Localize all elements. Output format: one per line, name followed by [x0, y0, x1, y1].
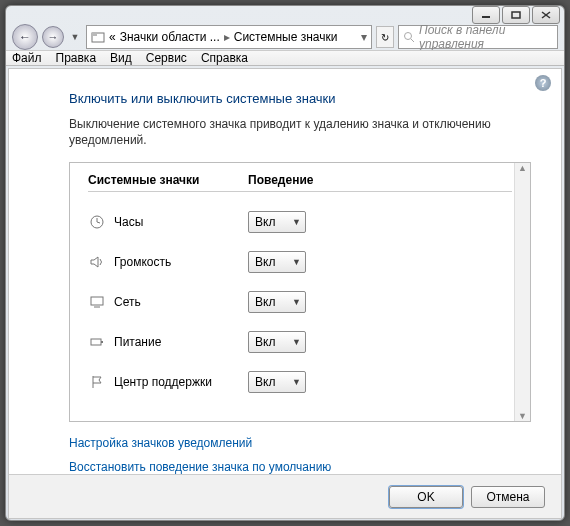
- dropdown-arrow-icon: ▼: [292, 337, 301, 347]
- clock-icon: [88, 213, 106, 231]
- col-icons: Системные значки: [88, 173, 248, 187]
- link-customize[interactable]: Настройка значков уведомлений: [69, 436, 531, 450]
- content-area: ? Включить или выключить системные значк…: [8, 68, 562, 519]
- breadcrumb-prefix: «: [109, 30, 116, 44]
- menu-file[interactable]: Файл: [12, 51, 42, 65]
- row-volume-label: Громкость: [114, 255, 248, 269]
- links-area: Настройка значков уведомлений Восстанови…: [69, 436, 531, 474]
- row-volume: Громкость Вкл ▼: [88, 242, 512, 282]
- footer: OK Отмена: [9, 474, 561, 518]
- navbar: ← → ▼ « Значки области ... ▸ Системные з…: [6, 24, 564, 50]
- power-icon: [88, 333, 106, 351]
- row-volume-value: Вкл: [255, 255, 275, 269]
- dropdown-arrow-icon: ▼: [292, 377, 301, 387]
- svg-rect-5: [92, 33, 97, 36]
- history-dropdown-icon[interactable]: ▼: [68, 27, 82, 47]
- address-bar[interactable]: « Значки области ... ▸ Системные значки …: [86, 25, 372, 49]
- address-dropdown-icon[interactable]: ▾: [361, 30, 367, 44]
- column-headers: Системные значки Поведение: [88, 173, 512, 187]
- scroll-up-icon[interactable]: ▲: [518, 163, 527, 173]
- row-network-select[interactable]: Вкл ▼: [248, 291, 306, 313]
- refresh-button[interactable]: ↻: [376, 26, 394, 48]
- row-clock-label: Часы: [114, 215, 248, 229]
- row-action-label: Центр поддержки: [114, 375, 248, 389]
- titlebar: [6, 6, 564, 24]
- scroll-down-icon[interactable]: ▼: [518, 411, 527, 421]
- scrollbar[interactable]: ▲ ▼: [514, 163, 530, 421]
- close-button[interactable]: [532, 6, 560, 24]
- row-network: Сеть Вкл ▼: [88, 282, 512, 322]
- window: ← → ▼ « Значки области ... ▸ Системные з…: [5, 5, 565, 521]
- menu-view[interactable]: Вид: [110, 51, 132, 65]
- help-icon[interactable]: ?: [535, 75, 551, 91]
- svg-rect-1: [512, 12, 520, 18]
- menu-tools[interactable]: Сервис: [146, 51, 187, 65]
- network-icon: [88, 293, 106, 311]
- col-behavior: Поведение: [248, 173, 313, 187]
- svg-line-7: [411, 39, 414, 42]
- header-divider: [88, 191, 512, 192]
- row-volume-select[interactable]: Вкл ▼: [248, 251, 306, 273]
- row-network-label: Сеть: [114, 295, 248, 309]
- forward-button[interactable]: →: [42, 26, 64, 48]
- cancel-button[interactable]: Отмена: [471, 486, 545, 508]
- dropdown-arrow-icon: ▼: [292, 217, 301, 227]
- svg-rect-14: [91, 339, 101, 345]
- page-description: Выключение системного значка приводит к …: [69, 116, 531, 148]
- row-power-select[interactable]: Вкл ▼: [248, 331, 306, 353]
- ok-button[interactable]: OK: [389, 486, 463, 508]
- link-restore[interactable]: Восстановить поведение значка по умолчан…: [69, 460, 531, 474]
- search-box[interactable]: Поиск в панели управления: [398, 25, 558, 49]
- svg-line-10: [97, 222, 100, 223]
- row-clock: Часы Вкл ▼: [88, 202, 512, 242]
- row-power: Питание Вкл ▼: [88, 322, 512, 362]
- breadcrumb-part2[interactable]: Системные значки: [234, 30, 338, 44]
- row-clock-value: Вкл: [255, 215, 275, 229]
- row-action-select[interactable]: Вкл ▼: [248, 371, 306, 393]
- back-button[interactable]: ←: [12, 24, 38, 50]
- row-network-value: Вкл: [255, 295, 275, 309]
- svg-marker-11: [91, 257, 98, 267]
- svg-rect-12: [91, 297, 103, 305]
- row-power-value: Вкл: [255, 335, 275, 349]
- page-title: Включить или выключить системные значки: [69, 91, 531, 106]
- dropdown-arrow-icon: ▼: [292, 297, 301, 307]
- row-power-label: Питание: [114, 335, 248, 349]
- minimize-button[interactable]: [472, 6, 500, 24]
- search-icon: [403, 31, 415, 43]
- breadcrumb-part1[interactable]: Значки области ...: [120, 30, 220, 44]
- row-action-center: Центр поддержки Вкл ▼: [88, 362, 512, 402]
- dropdown-arrow-icon: ▼: [292, 257, 301, 267]
- flag-icon: [88, 373, 106, 391]
- row-clock-select[interactable]: Вкл ▼: [248, 211, 306, 233]
- maximize-button[interactable]: [502, 6, 530, 24]
- svg-rect-15: [101, 341, 103, 343]
- chevron-right-icon[interactable]: ▸: [224, 30, 230, 44]
- folder-icon: [91, 31, 105, 43]
- row-action-value: Вкл: [255, 375, 275, 389]
- menu-help[interactable]: Справка: [201, 51, 248, 65]
- menubar: Файл Правка Вид Сервис Справка: [6, 50, 564, 66]
- svg-point-6: [405, 33, 412, 40]
- menu-edit[interactable]: Правка: [56, 51, 97, 65]
- volume-icon: [88, 253, 106, 271]
- icons-panel: Системные значки Поведение Часы Вкл ▼ Гр…: [69, 162, 531, 422]
- search-placeholder: Поиск в панели управления: [419, 23, 553, 51]
